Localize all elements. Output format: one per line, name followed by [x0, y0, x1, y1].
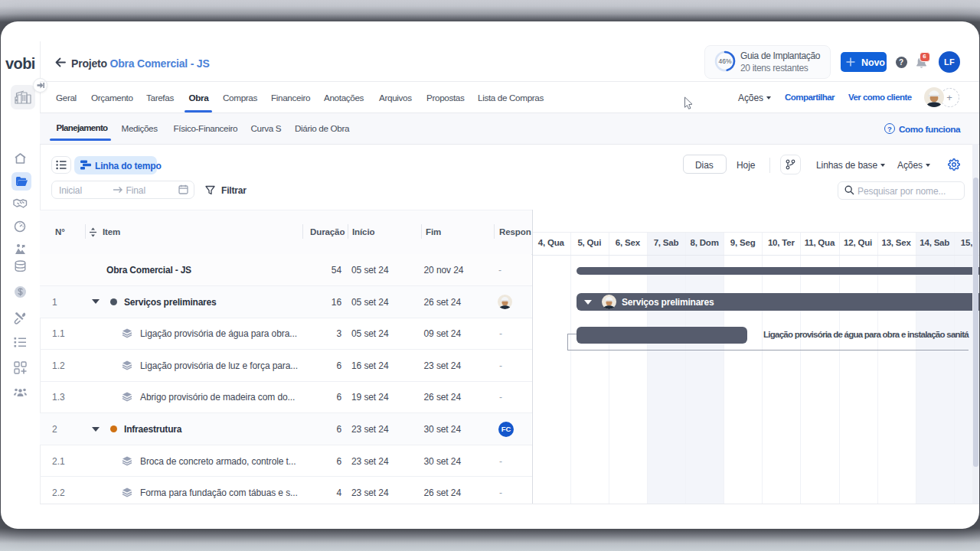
svg-text:46%: 46% — [718, 57, 731, 65]
